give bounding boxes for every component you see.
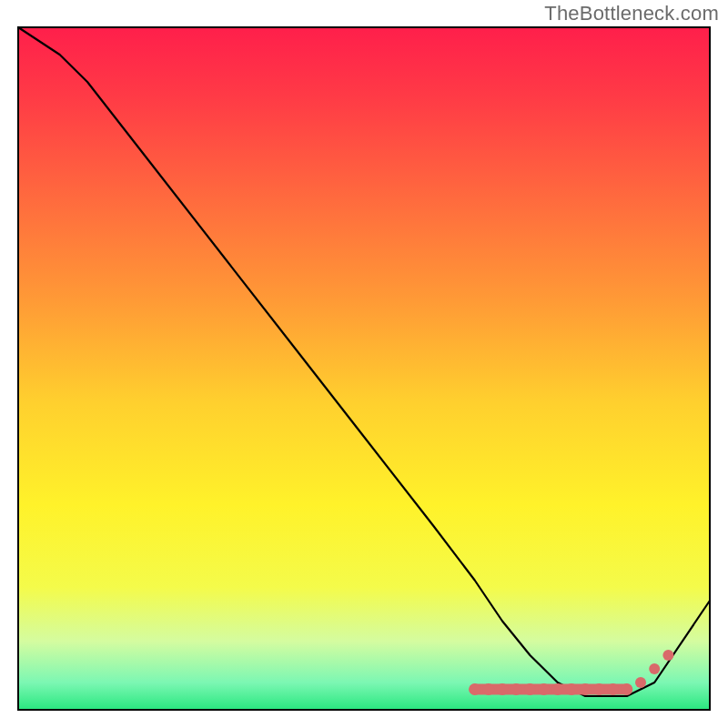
marker-dot bbox=[524, 683, 536, 695]
watermark-text: TheBottleneck.com bbox=[544, 2, 719, 25]
chart-svg bbox=[0, 0, 728, 728]
marker-dot bbox=[635, 677, 646, 688]
marker-dot bbox=[566, 683, 578, 695]
marker-dot bbox=[607, 683, 619, 695]
marker-dot bbox=[497, 683, 509, 695]
marker-dot bbox=[593, 683, 605, 695]
marker-dot bbox=[511, 683, 522, 695]
marker-dot bbox=[551, 683, 563, 695]
plot-area bbox=[18, 27, 710, 710]
marker-dot bbox=[621, 683, 632, 695]
marker-dot bbox=[538, 683, 550, 695]
marker-dot bbox=[649, 663, 660, 674]
gradient-background bbox=[18, 27, 710, 710]
chart-container: TheBottleneck.com bbox=[0, 0, 728, 728]
marker-dot bbox=[469, 683, 480, 695]
marker-dot bbox=[580, 683, 592, 695]
marker-dot bbox=[482, 683, 494, 695]
marker-dot bbox=[662, 650, 673, 661]
